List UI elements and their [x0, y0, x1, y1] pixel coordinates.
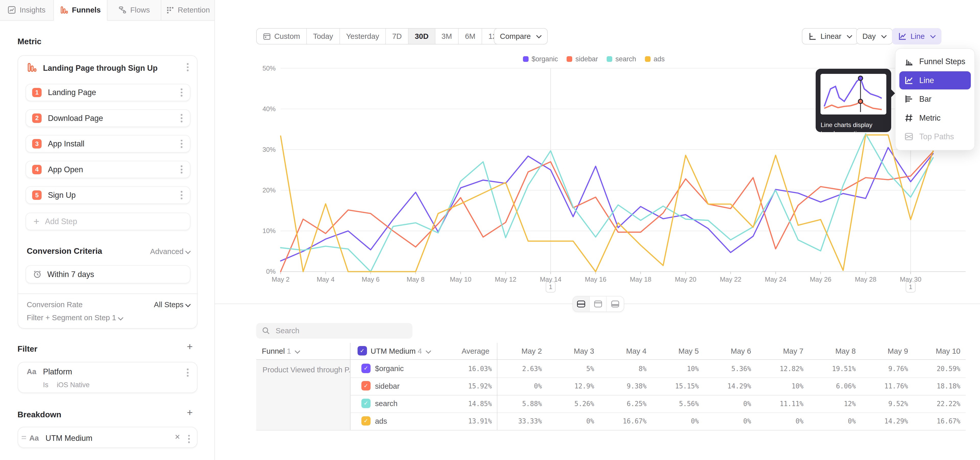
compare-button[interactable]: Compare — [494, 28, 548, 45]
step-label: App Install — [48, 139, 180, 148]
menu-item-label: Top Paths — [919, 132, 954, 141]
breakdown-select-all-checkbox[interactable]: ✓ — [358, 346, 367, 356]
step-menu-dots-icon[interactable] — [180, 113, 184, 123]
date-column-header[interactable]: May 7 — [753, 347, 803, 356]
series-line-sidebar[interactable] — [281, 152, 933, 272]
range-label: 30D — [415, 32, 428, 41]
date-column-header[interactable]: May 9 — [858, 347, 908, 356]
granularity-dropdown[interactable]: Day — [856, 28, 892, 45]
date-column-header[interactable]: May 5 — [649, 347, 699, 356]
series-line-organic[interactable] — [281, 147, 933, 261]
funnel-step-landing-page[interactable]: 1Landing Page — [25, 84, 191, 101]
step-number-badge: 2 — [32, 113, 41, 123]
date-column-header[interactable]: May 8 — [806, 347, 856, 356]
series-line-ads[interactable] — [281, 135, 933, 272]
series-checkbox-search[interactable]: ✓ — [361, 399, 371, 408]
annotation-badge-count: 1 — [549, 283, 552, 290]
split-layout-icon — [577, 300, 585, 307]
layout-chart-only-button[interactable] — [590, 296, 607, 311]
step-menu-dots-icon[interactable] — [180, 164, 184, 175]
cell-value: 11.11% — [755, 400, 803, 407]
series-checkbox-organic[interactable]: ✓ — [361, 364, 371, 373]
step-menu-dots-icon[interactable] — [180, 139, 184, 149]
tab-funnels[interactable]: Funnels — [54, 0, 108, 21]
funnel-step-app-install[interactable]: 3App Install — [25, 135, 191, 153]
layout-split-button[interactable] — [573, 296, 590, 311]
menu-item-metric[interactable]: Metric — [899, 109, 971, 127]
cell-value: 12.82% — [755, 365, 803, 372]
funnel-menu-dots-icon[interactable] — [186, 62, 190, 73]
date-column-header[interactable]: May 3 — [544, 347, 594, 356]
step-menu-dots-icon[interactable] — [180, 87, 184, 98]
annotation-badge[interactable] — [546, 282, 555, 292]
step-menu-dots-icon[interactable] — [180, 190, 184, 201]
x-axis-label: May 12 — [495, 276, 516, 283]
add-filter-button[interactable]: + — [187, 343, 192, 350]
breakdown-card[interactable]: Aa UTM Medium × — [18, 427, 197, 448]
funnel-column-header[interactable]: Funnel 1 — [262, 347, 300, 356]
funnel-step-sign-up[interactable]: 5Sign Up — [25, 186, 191, 204]
legend-item-organic[interactable]: $organic — [523, 55, 558, 63]
conversion-rate-scope-dropdown[interactable]: All Steps — [112, 300, 191, 309]
range-6m-button[interactable]: 6M — [458, 29, 482, 44]
legend-item-sidebar[interactable]: sidebar — [566, 55, 598, 63]
legend-item-search[interactable]: search — [607, 55, 636, 63]
table-row-group-cell[interactable]: Product Viewed through P... — [256, 360, 350, 430]
chart-type-dropdown[interactable]: Line — [892, 28, 942, 45]
funnel-step-download-page[interactable]: 2Download Page — [25, 109, 191, 127]
filter-menu-dots-icon[interactable] — [186, 367, 190, 378]
conversion-window[interactable]: Within 7 days — [25, 265, 191, 283]
layout-table-only-button[interactable] — [607, 296, 624, 311]
filter-segment-dropdown[interactable]: Filter + Segment on Step 1 — [27, 313, 123, 322]
table-search[interactable] — [256, 323, 412, 339]
series-line-search[interactable] — [281, 134, 933, 272]
average-value: 14.85% — [443, 400, 492, 407]
annotation-badge[interactable] — [906, 282, 915, 292]
search-input[interactable] — [274, 326, 402, 336]
series-checkbox-sidebar[interactable]: ✓ — [361, 381, 371, 390]
breakdown-column-header[interactable]: UTM Medium 4 — [371, 347, 431, 356]
menu-item-bar[interactable]: Bar — [899, 90, 971, 108]
date-column-header[interactable]: May 10 — [910, 347, 960, 356]
y-axis-label: 0% — [266, 268, 275, 275]
date-column-header[interactable]: May 4 — [597, 347, 646, 356]
cell-value: 0% — [546, 417, 594, 425]
range-today-button[interactable]: Today — [307, 29, 340, 44]
advanced-dropdown[interactable]: Advanced — [143, 247, 190, 256]
menu-item-line[interactable]: Line — [899, 71, 971, 89]
cell-value: 8% — [598, 365, 646, 372]
range-7d-button[interactable]: 7D — [386, 29, 409, 44]
cell-value: 9.52% — [859, 400, 908, 407]
tab-retention[interactable]: Retention — [161, 0, 215, 21]
x-axis-label: May 22 — [720, 276, 741, 283]
drag-handle-icon[interactable] — [22, 436, 26, 439]
funnel-step-app-open[interactable]: 4App Open — [25, 161, 191, 178]
tab-flows[interactable]: Flows — [107, 0, 161, 21]
legend-label: sidebar — [576, 55, 598, 63]
x-axis-label: May 14 — [540, 276, 561, 283]
date-column-header[interactable]: May 6 — [701, 347, 751, 356]
remove-breakdown-icon[interactable]: × — [175, 434, 180, 440]
range-3m-button[interactable]: 3M — [435, 29, 459, 44]
add-step-button[interactable]: + Add Step — [25, 212, 191, 230]
tab-insights[interactable]: Insights — [0, 0, 54, 21]
breakdown-menu-dots-icon[interactable] — [187, 434, 191, 444]
series-checkbox-ads[interactable]: ✓ — [361, 416, 371, 426]
average-column-header[interactable]: Average — [445, 347, 489, 356]
linear-axis-icon — [808, 32, 817, 41]
legend-item-ads[interactable]: ads — [645, 55, 665, 63]
step-number-badge: 5 — [32, 190, 41, 200]
filter-card[interactable]: Aa Platform Is iOS Native — [18, 362, 197, 393]
range-30d-button[interactable]: 30D — [409, 29, 435, 44]
scale-dropdown[interactable]: Linear — [802, 28, 858, 45]
metric-heading: Metric — [18, 37, 41, 46]
range-yesterday-button[interactable]: Yesterday — [340, 29, 386, 44]
menu-item-funnel-steps[interactable]: Funnel Steps — [899, 53, 971, 70]
column-divider — [350, 343, 350, 430]
chevron-down-icon — [847, 33, 853, 38]
date-column-header[interactable]: May 2 — [492, 347, 542, 356]
range-custom-button[interactable]: Custom — [257, 29, 307, 44]
add-breakdown-button[interactable]: + — [187, 409, 192, 415]
line-chart-icon — [904, 76, 914, 85]
tab-label: Retention — [178, 6, 210, 14]
